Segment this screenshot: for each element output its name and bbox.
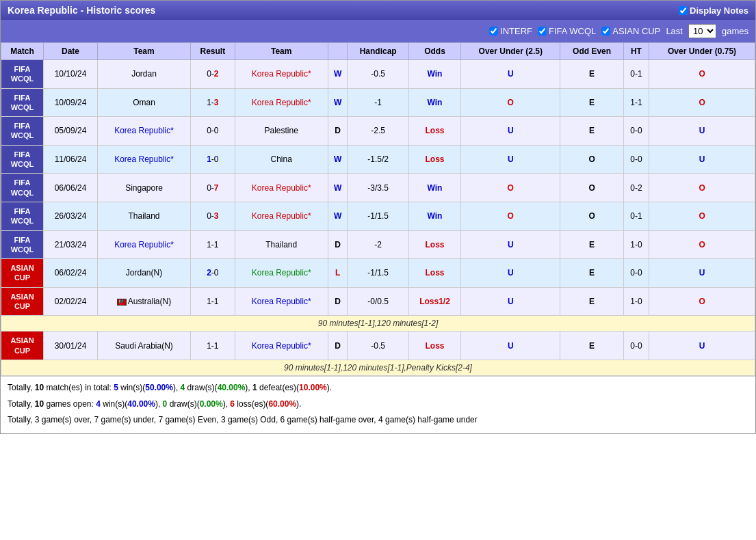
ou075-cell: O bbox=[649, 60, 755, 89]
odds-cell: Loss bbox=[408, 332, 460, 360]
match-type-cell: FIFAWCQL bbox=[1, 202, 44, 230]
note-row: 90 minutes[1-1],120 minutes[1-2] bbox=[1, 316, 755, 332]
team2-cell: Korea Republic* bbox=[235, 259, 328, 288]
handicap-cell: -0.5 bbox=[348, 332, 408, 360]
display-notes-checkbox[interactable] bbox=[679, 6, 688, 15]
asian-cup-checkbox[interactable] bbox=[601, 27, 610, 36]
date-cell: 06/06/24 bbox=[43, 174, 97, 202]
filter-asian-cup[interactable]: ASIAN CUP bbox=[601, 26, 660, 36]
wdl-cell: D bbox=[328, 230, 348, 259]
match-type-cell: ASIANCUP bbox=[1, 332, 44, 360]
open-wins: 4 bbox=[96, 399, 101, 409]
match-type-cell: FIFAWCQL bbox=[1, 117, 44, 146]
draws-count: 4 bbox=[181, 383, 185, 392]
odd-even-cell: O bbox=[560, 145, 623, 174]
filter-bar: INTERF FIFA WCQL ASIAN CUP Last 51015202… bbox=[1, 20, 755, 42]
ou25-cell: U bbox=[461, 259, 560, 288]
header-ht: HT bbox=[623, 43, 649, 60]
odd-even-cell: E bbox=[560, 259, 623, 288]
team1-cell: Thailand bbox=[98, 202, 191, 230]
wdl-cell: L bbox=[328, 259, 348, 288]
interf-label: INTERF bbox=[500, 26, 532, 36]
table-row: FIFAWCQL11/06/24Korea Republic*1-0ChinaW… bbox=[1, 145, 755, 174]
handicap-cell: -1/1.5 bbox=[348, 202, 408, 230]
display-notes-label[interactable]: Display Notes bbox=[679, 5, 748, 16]
summary-bar: Totally, 10 match(es) in total: 5 win(s)… bbox=[1, 376, 755, 433]
team1-cell: Korea Republic* bbox=[98, 117, 191, 146]
odd-even-cell: E bbox=[560, 332, 623, 360]
header-odd-even: Odd Even bbox=[560, 43, 623, 60]
match-type-cell: FIFAWCQL bbox=[1, 60, 44, 89]
page-title: Korea Republic - Historic scores bbox=[8, 5, 155, 16]
odds-cell: Loss bbox=[408, 230, 460, 259]
ou25-cell: U bbox=[461, 230, 560, 259]
handicap-cell: -1.5/2 bbox=[348, 145, 408, 174]
last-games-select[interactable]: 51015202530 bbox=[688, 24, 716, 38]
date-cell: 11/06/24 bbox=[43, 145, 97, 174]
ht-cell: 1-0 bbox=[623, 287, 649, 316]
summary-line1: Totally, 10 match(es) in total: 5 win(s)… bbox=[8, 381, 748, 396]
odds-cell: Win bbox=[408, 88, 460, 117]
open-wins-pct: 40.00% bbox=[127, 399, 155, 409]
wins-pct: 50.00% bbox=[145, 383, 173, 392]
handicap-cell: -2.5 bbox=[348, 117, 408, 146]
ht-cell: 0-2 bbox=[623, 174, 649, 202]
ht-cell: 0-0 bbox=[623, 332, 649, 360]
odd-even-cell: O bbox=[560, 202, 623, 230]
header-team2: Team bbox=[235, 43, 328, 60]
ou075-cell: O bbox=[649, 230, 755, 259]
filter-fifa-wcql[interactable]: FIFA WCQL bbox=[538, 26, 596, 36]
games-label: games bbox=[722, 26, 748, 36]
team1-cell: Jordan(N) bbox=[98, 259, 191, 288]
team2-cell: Korea Republic* bbox=[235, 332, 328, 360]
defeats-count: 1 bbox=[252, 383, 257, 392]
header-handicap: Handicap bbox=[348, 43, 408, 60]
result-cell: 0-0 bbox=[190, 117, 235, 146]
ou25-cell: U bbox=[461, 145, 560, 174]
summary-line2: Totally, 10 games open: 4 win(s)(40.00%)… bbox=[8, 397, 748, 412]
match-type-cell: FIFAWCQL bbox=[1, 230, 44, 259]
filter-interf[interactable]: INTERF bbox=[489, 26, 532, 36]
team2-cell: Korea Republic* bbox=[235, 174, 328, 202]
wdl-cell: W bbox=[328, 88, 348, 117]
ou075-cell: O bbox=[649, 174, 755, 202]
ou075-cell: O bbox=[649, 88, 755, 117]
wdl-cell: W bbox=[328, 60, 348, 89]
odd-even-cell: E bbox=[560, 60, 623, 89]
fifa-wcql-label: FIFA WCQL bbox=[549, 26, 596, 36]
handicap-cell: -3/3.5 bbox=[348, 174, 408, 202]
table-row: FIFAWCQL05/09/24Korea Republic*0-0Palest… bbox=[1, 117, 755, 146]
table-row: ASIANCUP06/02/24Jordan(N)2-0Korea Republ… bbox=[1, 259, 755, 288]
fifa-wcql-checkbox[interactable] bbox=[538, 27, 547, 36]
team1-cell: Korea Republic* bbox=[98, 145, 191, 174]
ou25-cell: U bbox=[461, 117, 560, 146]
ou075-cell: U bbox=[649, 332, 755, 360]
odds-cell: Loss1/2 bbox=[408, 287, 460, 316]
match-type-cell: ASIANCUP bbox=[1, 259, 44, 288]
date-cell: 26/03/24 bbox=[43, 202, 97, 230]
handicap-cell: -1 bbox=[348, 88, 408, 117]
table-row: FIFAWCQL06/06/24Singapore0-7Korea Republ… bbox=[1, 174, 755, 202]
odd-even-cell: O bbox=[560, 174, 623, 202]
ou075-cell: O bbox=[649, 287, 755, 316]
note-cell: 90 minutes[1-1],120 minutes[1-1],Penalty… bbox=[1, 360, 755, 375]
table-row: ASIANCUP30/01/24Saudi Arabia(N)1-1Korea … bbox=[1, 332, 755, 360]
team2-cell: Korea Republic* bbox=[235, 60, 328, 89]
table-header-row: Match Date Team Result Team Handicap Odd… bbox=[1, 43, 755, 60]
open-draws: 0 bbox=[163, 399, 168, 409]
wdl-cell: W bbox=[328, 202, 348, 230]
odds-cell: Loss bbox=[408, 145, 460, 174]
table-row: FIFAWCQL10/09/24Oman1-3Korea Republic*W-… bbox=[1, 88, 755, 117]
total-matches: 10 bbox=[35, 383, 44, 392]
result-cell: 0-3 bbox=[190, 202, 235, 230]
odd-even-cell: E bbox=[560, 88, 623, 117]
result-cell: 1-1 bbox=[190, 230, 235, 259]
last-label: Last bbox=[666, 26, 683, 36]
interf-checkbox[interactable] bbox=[489, 27, 498, 36]
header-match: Match bbox=[1, 43, 44, 60]
result-cell: 1-1 bbox=[190, 332, 235, 360]
team1-cell: Oman bbox=[98, 88, 191, 117]
ht-cell: 0-0 bbox=[623, 145, 649, 174]
open-losses-pct: 60.00% bbox=[268, 399, 296, 409]
odd-even-cell: E bbox=[560, 230, 623, 259]
